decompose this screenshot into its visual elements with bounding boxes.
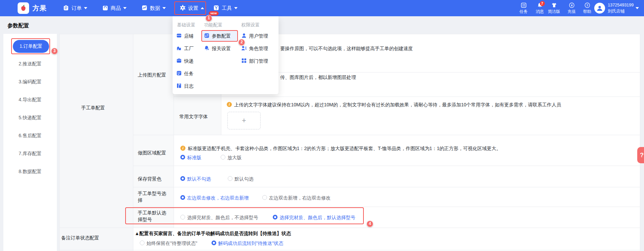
radio-label-flow-to-push[interactable]: 解码成功后流转到"待推送"状态 bbox=[218, 240, 283, 246]
radio-no-model-select[interactable] bbox=[180, 215, 185, 219]
sidebar-item-export-config[interactable]: 4.导出配置 bbox=[19, 97, 42, 103]
menu-item-label: 店铺 bbox=[184, 33, 194, 39]
svg-text:?: ? bbox=[586, 3, 588, 7]
table-divider bbox=[133, 135, 640, 135]
nav-help[interactable]: ? 帮助 bbox=[579, 0, 595, 16]
sidebar-item-code-config[interactable]: 3.编码配置 bbox=[19, 79, 42, 85]
nav-simple-version[interactable]: 简洁版 bbox=[546, 0, 562, 16]
radio-keep-pending-status[interactable] bbox=[140, 240, 145, 245]
radio-label-default-checked[interactable]: 默认勾选 bbox=[235, 176, 253, 182]
menu-item-label: 报关设置 bbox=[212, 46, 231, 52]
nav-recharge[interactable]: ¥ 充值 bbox=[564, 0, 579, 16]
menu-item-customs-settings[interactable]: 报关设置 bbox=[204, 45, 231, 52]
info-icon: i bbox=[227, 102, 232, 107]
row-label-upload-image: 上传图片配置 bbox=[138, 71, 166, 78]
page-title: 参数配置 bbox=[7, 22, 29, 29]
brand-name: 方果 bbox=[32, 4, 47, 13]
wrench-icon bbox=[213, 5, 219, 12]
radio-left-add-right-edit[interactable] bbox=[262, 195, 267, 200]
radio-default-model-select[interactable] bbox=[273, 215, 277, 219]
radio-left-edit-right-add[interactable] bbox=[180, 195, 185, 200]
menu-item-task[interactable]: 任务 bbox=[176, 70, 194, 77]
radio-label-standard[interactable]: 标准版 bbox=[187, 154, 201, 161]
radio-label-enlarged[interactable]: 放大版 bbox=[227, 154, 242, 161]
annotation-step-3: 3 bbox=[51, 48, 58, 55]
bell-icon: 7 bbox=[537, 2, 543, 8]
package-icon bbox=[176, 58, 182, 64]
dropdown-tab-basic[interactable]: 基础设置 bbox=[177, 22, 195, 28]
radio-label-left-add[interactable]: 左边双击新增，右边双击修改 bbox=[269, 195, 331, 201]
shopping-bag-icon bbox=[102, 5, 108, 12]
chevron-down-icon bbox=[234, 7, 238, 9]
radio-label-no-model[interactable]: 选择完材质、颜色后，不选择型号 bbox=[187, 214, 258, 221]
table-border bbox=[640, 34, 640, 251]
menu-item-label: 工厂 bbox=[184, 46, 194, 52]
radio-flow-to-push-status[interactable] bbox=[212, 240, 216, 245]
table-divider bbox=[133, 34, 133, 251]
sidebar-item-push-config[interactable]: 2.推送配置 bbox=[19, 61, 42, 67]
sidebar-item-data-config[interactable]: 8.数据配置 bbox=[19, 169, 42, 175]
group-label-manual-order: 手工单配置 bbox=[63, 104, 124, 111]
remark-warning-text: ▲配置有买家留言、备注的订单手动解码成功后是否流转到【待推送】状态 bbox=[135, 231, 291, 237]
nav-menu-data[interactable]: 数据 bbox=[141, 0, 166, 16]
nav-right-label: 简洁版 bbox=[548, 9, 560, 15]
nav-tasks[interactable]: 任务 bbox=[516, 0, 531, 16]
user-info[interactable]: 13725493199 刘氏店铺 bbox=[608, 2, 634, 14]
table-divider bbox=[133, 166, 640, 166]
radio-default-unchecked[interactable] bbox=[180, 176, 185, 181]
group-label-remark-status: 备注订单状态配置 bbox=[61, 234, 99, 241]
table-divider bbox=[59, 250, 640, 250]
annotation-step-4: 4 bbox=[367, 221, 373, 227]
radio-standard-version[interactable] bbox=[180, 155, 185, 160]
bell-gear-icon bbox=[204, 45, 209, 52]
add-font-button[interactable]: + bbox=[227, 112, 261, 129]
nav-menu-products[interactable]: 商品 bbox=[102, 0, 127, 16]
menu-item-params-config[interactable]: 参数配置 bbox=[204, 33, 231, 39]
menu-item-label: 部门管理 bbox=[249, 58, 268, 64]
nav-menu-settings[interactable]: 设置 bbox=[180, 0, 204, 16]
row-label-model-select: 手工单型号选择 bbox=[138, 190, 169, 204]
menu-item-role-management[interactable]: 角色管理 bbox=[241, 45, 268, 52]
menu-item-department-management[interactable]: 部门管理 bbox=[241, 58, 268, 64]
menu-item-factory[interactable]: 工厂 bbox=[176, 45, 194, 52]
radio-label-default-model[interactable]: 选择完材质、颜色后，默认选择型号 bbox=[280, 214, 355, 221]
row1b-text: 传、图库图片后，都以新增图层处理 bbox=[280, 74, 356, 81]
table-divider bbox=[59, 228, 640, 228]
nav-messages[interactable]: 7 消息 bbox=[532, 0, 548, 16]
nav-menu-label: 订单 bbox=[71, 5, 82, 12]
nav-menu-orders[interactable]: 订单 bbox=[63, 0, 87, 16]
sidebar-item-express-config[interactable]: 5.快递配置 bbox=[19, 115, 42, 121]
floating-help-button[interactable]: ? bbox=[637, 147, 644, 163]
draw-area-info-text: 标准版更适配手机壳、卡套这种小品类，作图区域为1：2的长方形；放大版更适配平板套… bbox=[188, 145, 501, 152]
menu-item-log[interactable]: 日志 bbox=[176, 83, 194, 89]
sidebar-item-order-config[interactable]: 1.订单配置 bbox=[13, 40, 49, 53]
chevron-down-icon[interactable] bbox=[636, 7, 639, 9]
brand[interactable]: 方果 bbox=[18, 2, 47, 14]
user-avatar[interactable] bbox=[594, 3, 605, 14]
sidebar-item-aftersale-config[interactable]: 6.售后配置 bbox=[19, 133, 42, 139]
menu-item-label: 参数配置 bbox=[212, 33, 231, 39]
grid-icon bbox=[241, 58, 247, 64]
content-cell-row1a bbox=[221, 34, 640, 72]
menu-item-label: 用户管理 bbox=[249, 33, 268, 39]
radio-label-left-edit[interactable]: 左边双击修改，右边双击新增 bbox=[187, 195, 249, 201]
table-divider bbox=[133, 207, 640, 207]
top-navbar: 方果 订单 商品 数据 设置 工具 NEW bbox=[0, 0, 644, 16]
radio-default-checked[interactable] bbox=[228, 176, 232, 181]
info-icon: i bbox=[180, 146, 185, 151]
dropdown-tab-permission[interactable]: 权限设置 bbox=[241, 22, 260, 28]
radio-label-keep-pending[interactable]: 始终保留在"待整理状态" bbox=[147, 240, 197, 246]
menu-item-shop[interactable]: 店铺 bbox=[176, 33, 194, 39]
menu-item-label: 角色管理 bbox=[249, 46, 268, 52]
chevron-up-icon bbox=[201, 7, 204, 9]
chevron-down-icon bbox=[162, 7, 166, 9]
radio-label-default-unchecked[interactable]: 默认不勾选 bbox=[187, 176, 211, 182]
sidebar-item-stock-config[interactable]: 7.库存配置 bbox=[19, 151, 42, 157]
dropdown-tab-function[interactable]: 功能配置 bbox=[204, 22, 222, 28]
radio-enlarged-version[interactable] bbox=[221, 155, 225, 160]
storefront-icon bbox=[176, 33, 182, 39]
menu-item-user-management[interactable]: 用户管理 bbox=[241, 33, 268, 39]
menu-item-express[interactable]: 快递 bbox=[176, 58, 194, 64]
nav-menu-label: 设置 bbox=[188, 5, 198, 12]
sliders-icon bbox=[204, 33, 209, 39]
